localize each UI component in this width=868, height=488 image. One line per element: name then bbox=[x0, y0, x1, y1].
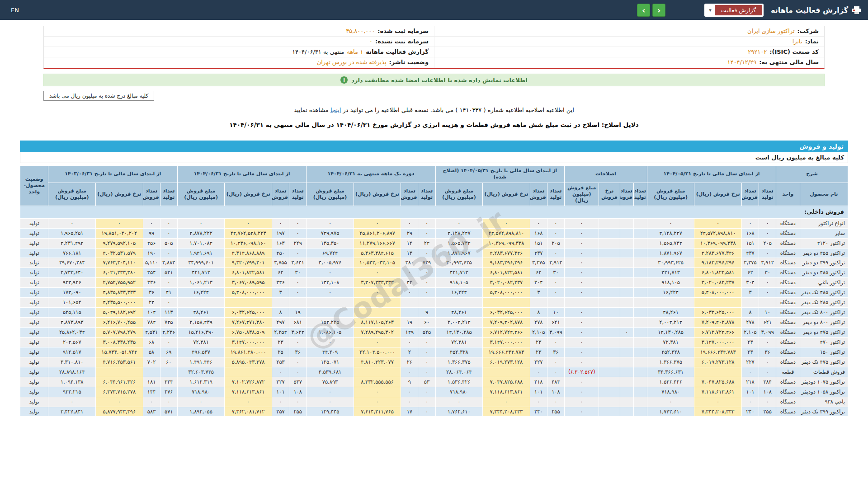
value-cell bbox=[633, 328, 647, 338]
value-cell: ۰ bbox=[307, 337, 354, 347]
value-cell: ۲,۱۵۸,۴۳۹ bbox=[177, 318, 225, 328]
column-group-header: اصلاحات bbox=[565, 166, 647, 183]
table-row: تراکتور ۴۷۵ دو دیفردستگاه۳,۰۹۹۲,۱۰۵۶,۷۱۲… bbox=[20, 328, 848, 338]
value-cell: ۶۹ bbox=[160, 347, 177, 357]
info-label: سال مالی منتهی به: bbox=[759, 59, 819, 66]
value-cell bbox=[599, 258, 620, 268]
info-label: شرکت: bbox=[797, 28, 819, 34]
value-cell: ۰ bbox=[418, 337, 435, 347]
product-name-cell: تراکتور ۴۷۵ دو دیفر bbox=[800, 328, 848, 338]
value-cell: ۹ bbox=[401, 377, 418, 387]
report-type-dropdown[interactable]: گزارش فعالیت ▾ bbox=[704, 4, 764, 17]
language-switch[interactable]: EN bbox=[11, 7, 19, 14]
status-cell: تولید bbox=[20, 278, 48, 288]
product-name-cell: تراکتور ۳۹۹ دو دیفر bbox=[800, 258, 848, 268]
column-sub-header: تعداد تولید bbox=[418, 183, 435, 206]
value-cell bbox=[633, 387, 647, 397]
prev-period-button[interactable]: ‹ bbox=[652, 4, 665, 17]
value-cell bbox=[633, 367, 647, 377]
column-header-product: نام محصول bbox=[800, 183, 848, 206]
print-icon[interactable] bbox=[852, 6, 861, 14]
value-cell: ۳۰ bbox=[547, 268, 564, 278]
value-cell: ۲ bbox=[401, 347, 418, 357]
value-cell: ۰ bbox=[354, 337, 401, 347]
value-cell bbox=[633, 337, 647, 347]
table-row: تراکتور ۸۰۰ تک دیفردستگاه۱۰۸۶,۰۳۲,۶۲۵,۰۰… bbox=[20, 308, 848, 318]
value-cell: ۴۸,۲۶۱ bbox=[647, 308, 694, 318]
value-cell bbox=[483, 367, 530, 377]
value-cell: ۳,۰۶۷,۰۸۹,۵۹۵ bbox=[225, 278, 272, 288]
value-cell: ۵۷۱ bbox=[160, 407, 177, 417]
value-cell: ۲,۷۳۳,۶۴۰ bbox=[48, 268, 96, 278]
column-sub-header: نرخ فروش (ریال) bbox=[225, 183, 272, 206]
column-sub-header: نرخ فروش (ریال) bbox=[354, 183, 401, 206]
value-cell: ۷۱۸,۹۸۰ bbox=[435, 387, 483, 397]
value-cell: ۶,۰۴۴,۹۶۱,۳۲۶ bbox=[96, 377, 143, 387]
product-name-cell: سایر bbox=[800, 228, 848, 238]
value-cell: ۲,۱۰۵ bbox=[530, 328, 547, 338]
table-row: تراکتور ۱۰۷۵ دودیفردستگاه۴۸۴۲۱۸۷,۰۴۷,۸۲۵… bbox=[20, 377, 848, 387]
unit-cell: دستگاه bbox=[776, 377, 800, 387]
unit-cell: دستگاه bbox=[776, 387, 800, 397]
value-cell bbox=[225, 367, 272, 377]
unit-cell: دستگاه bbox=[776, 318, 800, 328]
value-cell: ۱۰۸ bbox=[547, 387, 564, 397]
product-name-cell: تراکتور ۴۷۰ bbox=[800, 337, 848, 347]
value-cell: ۹۱۸,۱۰۵ bbox=[435, 278, 483, 288]
value-cell: ۳,۰۹۹ bbox=[547, 328, 564, 338]
value-cell: ۰ bbox=[96, 218, 143, 228]
value-cell: ۰ bbox=[289, 228, 307, 238]
info-value: تایرا bbox=[793, 38, 802, 45]
value-cell: ۴,۸۷۳,۸۹۳ bbox=[48, 318, 96, 328]
column-header: شرح bbox=[776, 166, 848, 183]
product-name-cell: تراکتور ۳۹۹ تک دیفر bbox=[800, 407, 848, 417]
value-cell bbox=[599, 407, 620, 417]
value-cell bbox=[177, 298, 225, 308]
value-cell: ۷,۲۰۹,۴۰۲,۸۷۸ bbox=[483, 318, 530, 328]
value-cell: ۴۲۱,۷۱۳ bbox=[647, 268, 694, 278]
value-cell: ۷,۳۴۴,۲۰۸,۳۳۳ bbox=[694, 407, 742, 417]
value-cell bbox=[599, 367, 620, 377]
value-cell: ۸ bbox=[272, 308, 289, 318]
value-cell: ۱۰,۳۶۹,۰۹۹,۳۳۸ bbox=[694, 238, 742, 248]
value-cell: ۳۶ bbox=[759, 347, 776, 357]
value-cell: ۰ bbox=[565, 357, 599, 367]
value-cell: ۰ bbox=[401, 337, 418, 347]
value-cell: ۶,۴۷۳,۷۱۵,۲۷۸ bbox=[96, 387, 143, 397]
value-cell: ۶,۷۵۰,۸۳۸,۵۰۹ bbox=[225, 328, 272, 338]
value-cell bbox=[599, 357, 620, 367]
value-cell bbox=[633, 397, 647, 407]
next-period-button[interactable]: › bbox=[637, 4, 650, 17]
value-cell: ۶۰ bbox=[418, 318, 435, 328]
value-cell: ۵,۱۱۰ bbox=[143, 258, 160, 268]
period-nav: ‹ › bbox=[637, 4, 665, 17]
value-cell: ۳,۰۰۸,۳۳۸,۲۳۵ bbox=[96, 337, 143, 347]
value-cell: ۳,۳۱۰,۸۱۰ bbox=[48, 357, 96, 367]
unit-cell: دستگاه bbox=[776, 337, 800, 347]
column-sub-header: تعداد تولید bbox=[759, 183, 776, 206]
value-cell: ۳ bbox=[530, 288, 547, 298]
value-cell: ۰ bbox=[418, 407, 435, 417]
value-cell: ۶,۰۳۲,۶۲۵,۰۰۰ bbox=[483, 308, 530, 318]
table-row: تراکتور ۴۷۵ تک دیفردستگاه۰۲۲۷۶,۰۱۹,۲۷۳,۱… bbox=[20, 357, 848, 367]
report-type-button[interactable]: گزارش فعالیت bbox=[715, 5, 762, 15]
value-cell: ۴۳۷ bbox=[530, 248, 547, 258]
value-cell: ۷۸۴ bbox=[143, 318, 160, 328]
value-cell: ۵۲۵,۱۱۵ bbox=[48, 308, 96, 318]
value-cell: ۰ bbox=[401, 387, 418, 397]
value-cell: (۶,۳۰۲,۵۶۷) bbox=[565, 367, 599, 377]
value-cell: ۶,۸۰۱,۸۲۲,۵۸۱ bbox=[225, 268, 272, 278]
value-cell: ۱۹۷ bbox=[272, 228, 289, 238]
value-cell: ۲۳ bbox=[530, 337, 547, 347]
value-cell: ۲,۱۰۵ bbox=[741, 328, 759, 338]
info-right-row: کد صنعت (ISIC):۲۹۲۱۰۲ bbox=[434, 47, 824, 57]
value-cell: ۰ bbox=[759, 288, 776, 298]
value-cell: ۰ bbox=[565, 258, 599, 268]
value-cell: ۱۳ bbox=[401, 248, 418, 258]
unit-cell: دستگاه bbox=[776, 397, 800, 407]
previous-version-link[interactable]: اینجا bbox=[330, 107, 341, 113]
value-cell: ۶۲ bbox=[741, 268, 759, 278]
value-cell: ۰ bbox=[401, 397, 418, 407]
value-cell: ۱,۵۳۶,۴۲۶ bbox=[647, 377, 694, 387]
value-cell: ۰ bbox=[565, 397, 599, 407]
